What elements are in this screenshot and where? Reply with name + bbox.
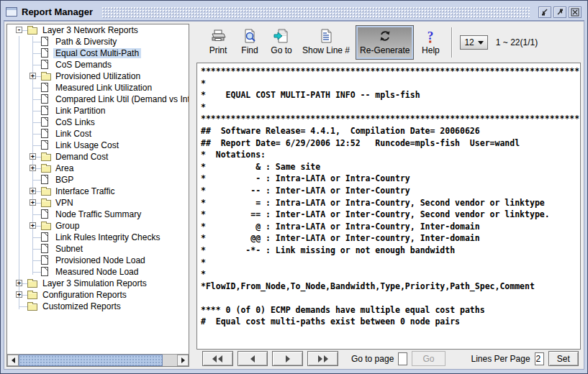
find-label: Find	[241, 45, 258, 55]
folder-icon	[27, 304, 37, 311]
maximize-button[interactable]	[553, 6, 566, 18]
lines-per-page-input[interactable]	[535, 352, 544, 365]
goto-page-input[interactable]	[398, 352, 407, 365]
tree-connector-stub	[19, 306, 27, 307]
folder-icon	[41, 200, 51, 207]
tree-item[interactable]: Link Partition	[7, 105, 189, 117]
tree-connector-stub	[33, 99, 41, 100]
first-page-button[interactable]	[202, 351, 233, 366]
goto-button[interactable]: Go to	[266, 25, 297, 60]
tree-item[interactable]: Measured Node Load	[7, 266, 189, 278]
goto-label: Go to	[271, 45, 291, 55]
scroll-right-button[interactable]	[177, 355, 189, 366]
tree-item[interactable]: +Layer 3 Simulation Reports	[7, 278, 189, 289]
tree-item[interactable]: +Demand Cost	[7, 151, 189, 163]
tree-item-label: Provisioned Node Load	[53, 255, 148, 265]
tree-item[interactable]: Link Cost	[7, 128, 189, 140]
scrollbar-thumb[interactable]	[19, 355, 163, 366]
scroll-left-button[interactable]	[7, 355, 19, 366]
minimize-button[interactable]	[538, 6, 551, 18]
previous-page-button[interactable]	[238, 351, 268, 366]
tree-connector-stub	[33, 249, 41, 250]
toolbar: Print Find	[196, 24, 582, 63]
tree-item[interactable]: Provisioned Node Load	[7, 255, 189, 266]
tree-item[interactable]: +Group	[7, 220, 189, 232]
double-right-arrow-icon	[318, 355, 322, 362]
goto-page-label: Go to page	[351, 354, 394, 364]
tree-item[interactable]: Node Traffic Summary	[7, 209, 189, 220]
document-icon	[41, 129, 48, 138]
expand-toggle-icon[interactable]: +	[30, 222, 36, 229]
toolbar-separator	[451, 27, 453, 58]
print-button[interactable]: Print	[203, 25, 233, 60]
expand-toggle-icon[interactable]: +	[30, 199, 36, 206]
collapse-toggle-icon[interactable]: -	[16, 27, 22, 33]
expand-toggle-icon[interactable]: +	[30, 188, 36, 194]
title-bar: Report Manager	[4, 4, 584, 21]
page-size-dropdown[interactable]: 12	[460, 35, 487, 50]
find-button[interactable]: Find	[235, 25, 265, 60]
show-line-label: Show Line #	[302, 45, 350, 55]
report-viewer-panel: Print Find	[196, 24, 582, 367]
tree-item[interactable]: Equal Cost Multi-Path	[7, 47, 189, 59]
tree-item[interactable]: CoS Links	[7, 117, 189, 128]
tree-item-label: Measured Link Utilization	[53, 83, 154, 93]
tree-horizontal-scrollbar	[7, 354, 189, 366]
tree-connector-stub	[33, 237, 41, 238]
tree-item[interactable]: +Provisioned Utilization	[7, 70, 189, 82]
regenerate-label: Re-Generate	[360, 45, 410, 55]
tree-item-label: Subnet	[53, 244, 85, 254]
tree-item[interactable]: +VPN	[7, 197, 189, 209]
tree-item[interactable]: Link Usage Cost	[7, 140, 189, 151]
lines-per-page-label: Lines Per Page	[471, 354, 530, 364]
tree-item[interactable]: Path & Diversity	[7, 36, 189, 47]
tree-item[interactable]: BGP	[7, 174, 189, 186]
tree-item-label: CoS Demands	[53, 60, 114, 70]
tree-item[interactable]: -Layer 3 Network Reports	[7, 24, 189, 36]
tree-item[interactable]: Customized Reports	[7, 301, 189, 312]
expand-toggle-icon[interactable]: +	[16, 280, 22, 286]
document-icon	[41, 244, 48, 253]
tree-connector-stub	[33, 134, 41, 134]
tree-item[interactable]: +Configuration Reports	[7, 289, 189, 301]
tree-connector-stub	[33, 272, 41, 273]
show-line-number-button[interactable]: Show Line #	[298, 25, 354, 60]
expand-toggle-icon[interactable]: +	[30, 73, 36, 79]
expand-toggle-icon[interactable]: +	[30, 153, 36, 160]
tree-item-label: Link Usage Cost	[53, 140, 121, 150]
line-range-label: 1 ~ 22(1/1)	[496, 37, 538, 47]
print-label: Print	[209, 45, 227, 55]
left-arrow-icon	[250, 355, 255, 362]
set-button[interactable]: Set	[548, 351, 579, 366]
regenerate-button[interactable]: Re-Generate	[356, 25, 414, 60]
tree-item[interactable]: Measured Link Utilization	[7, 82, 189, 94]
report-text-area: ****************************************…	[196, 63, 581, 350]
next-page-button[interactable]	[272, 351, 303, 366]
tree-connector-stub	[33, 42, 41, 42]
help-button[interactable]: ? Help	[415, 25, 445, 60]
folder-icon	[41, 188, 51, 196]
document-icon	[41, 106, 48, 115]
tree-item[interactable]: +Area	[7, 163, 189, 174]
scrollbar-track[interactable]	[163, 355, 177, 366]
tree-connector-stub	[33, 53, 41, 54]
go-button[interactable]: Go	[412, 351, 445, 366]
tree-item[interactable]: Compared Link Util (Demand vs Inte	[7, 94, 189, 105]
tree-item[interactable]: Link Rules Integrity Checks	[7, 232, 189, 243]
expand-toggle-icon[interactable]: +	[16, 291, 22, 298]
last-page-button[interactable]	[307, 351, 338, 366]
tree-item[interactable]: CoS Demands	[7, 59, 189, 70]
close-button[interactable]	[569, 6, 582, 18]
tree-connector-stub	[33, 145, 41, 146]
right-arrow-icon	[286, 355, 290, 362]
find-icon	[243, 29, 257, 43]
expand-toggle-icon[interactable]: +	[30, 165, 36, 171]
tree-connector-stub	[33, 214, 41, 215]
tree-item[interactable]: Subnet	[7, 243, 189, 255]
tree-item-label: Layer 3 Simulation Reports	[40, 278, 149, 288]
tree-item[interactable]: +Interface Traffic	[7, 186, 189, 197]
tree-item-label: Link Partition	[53, 106, 107, 116]
tree-item-label: Customized Reports	[40, 301, 123, 311]
document-icon	[41, 60, 48, 69]
document-icon	[41, 117, 48, 127]
